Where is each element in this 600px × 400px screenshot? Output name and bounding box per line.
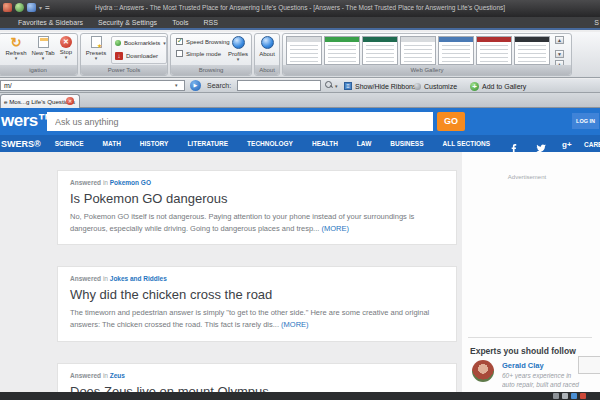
category-link[interactable]: Jokes and Riddles bbox=[110, 275, 167, 282]
window-title: Hydra :: Answers - The Most Trusted Plac… bbox=[0, 4, 600, 11]
nav-item[interactable]: LITERATURE bbox=[187, 140, 228, 147]
experts-heading: Experts you should follow bbox=[470, 346, 576, 356]
add-to-gallery-button[interactable]: + Add to Gallery bbox=[470, 80, 526, 92]
menu-item[interactable]: Favorites & Sidebars bbox=[18, 19, 83, 26]
chevron-down-icon[interactable]: ▾ bbox=[30, 56, 56, 60]
gallery-scrollbar[interactable]: ▲ ▼ • bbox=[555, 36, 564, 68]
gallery-thumbnail[interactable] bbox=[476, 36, 512, 65]
simple-mode-checkbox[interactable]: Simple mode bbox=[176, 50, 221, 57]
ribbons-icon: ≡ bbox=[344, 82, 352, 90]
nav-item[interactable]: SCIENCE bbox=[55, 140, 84, 147]
bookmarklets-icon bbox=[115, 40, 121, 46]
scroll-down-icon[interactable]: ▼ bbox=[555, 50, 564, 58]
go-button[interactable]: GO bbox=[437, 112, 465, 131]
presets-icon bbox=[91, 36, 102, 48]
search-icon[interactable] bbox=[325, 81, 333, 89]
group-label-navigation: igation bbox=[0, 65, 77, 75]
category-link[interactable]: Zeus bbox=[110, 372, 125, 379]
more-link[interactable]: (MORE) bbox=[321, 224, 349, 233]
site-header: wers™ GO LOG IN bbox=[0, 108, 600, 135]
gallery-thumbnail[interactable] bbox=[362, 36, 398, 65]
question-meta: Answered in Zeus bbox=[70, 372, 444, 379]
nav-item[interactable]: BUSINESS bbox=[390, 140, 423, 147]
answered-label: Answered bbox=[70, 275, 101, 282]
google-plus-icon[interactable]: g+ bbox=[562, 140, 572, 149]
refresh-button[interactable]: ↻ Refresh ▾ bbox=[3, 36, 29, 60]
expert-bio: auto repair, built and raced bbox=[502, 381, 597, 388]
chevron-down-icon[interactable]: ▾ bbox=[226, 57, 250, 61]
customize-button[interactable]: Customize bbox=[414, 80, 457, 92]
ask-question-input[interactable] bbox=[47, 112, 433, 131]
go-navigate-icon[interactable]: ▶ bbox=[190, 80, 201, 91]
nav-item[interactable]: LAW bbox=[357, 140, 371, 147]
gallery-thumbnail[interactable] bbox=[514, 36, 550, 65]
nav-item[interactable]: TECHNOLOGY bbox=[247, 140, 293, 147]
nav-item[interactable]: ALL SECTIONS bbox=[443, 140, 491, 147]
gallery-thumbnail[interactable] bbox=[438, 36, 474, 65]
show-hide-ribbons-button[interactable]: ≡ Show/Hide Ribbons bbox=[344, 80, 416, 92]
nav-item[interactable]: MATH bbox=[103, 140, 121, 147]
about-button[interactable]: About bbox=[256, 36, 278, 57]
status-icon[interactable] bbox=[571, 393, 577, 399]
nav-logo[interactable]: SWERS® bbox=[1, 139, 41, 149]
nav-item[interactable]: HISTORY bbox=[140, 140, 169, 147]
gallery-thumbnail[interactable] bbox=[286, 36, 322, 65]
chevron-down-icon[interactable]: ▾ bbox=[56, 55, 76, 59]
nav-item[interactable]: HEALTH bbox=[312, 140, 338, 147]
checkbox-icon[interactable] bbox=[176, 50, 183, 57]
status-icon[interactable] bbox=[553, 393, 559, 399]
menu-item[interactable]: Tools bbox=[172, 19, 188, 26]
menu-item[interactable]: Security & Settings bbox=[98, 19, 157, 26]
ribbon-group-navigation: ↻ Refresh ▾ New Tab ▾ ✕ Stop ▾ igation bbox=[0, 33, 78, 76]
new-tab-icon bbox=[38, 36, 49, 48]
presets-button[interactable]: Presets ▾ bbox=[83, 36, 109, 60]
stop-button[interactable]: ✕ Stop ▾ bbox=[56, 36, 76, 59]
chevron-down-icon[interactable]: ▾ bbox=[83, 56, 109, 60]
menu-item-partial[interactable]: S bbox=[594, 19, 599, 26]
group-label-browsing: Browsing bbox=[171, 65, 251, 75]
tab-close-icon[interactable]: ✕ bbox=[66, 97, 74, 105]
refresh-icon: ↻ bbox=[11, 36, 22, 49]
gallery-thumbnail[interactable] bbox=[324, 36, 360, 65]
stop-icon: ✕ bbox=[60, 36, 72, 48]
chevron-down-icon[interactable]: ▾ bbox=[3, 56, 29, 60]
menu-item[interactable]: RSS bbox=[203, 19, 217, 26]
more-link[interactable]: (MORE) bbox=[281, 320, 309, 329]
checkbox-checked-icon[interactable] bbox=[176, 38, 183, 45]
new-tab-button[interactable]: New Tab ▾ bbox=[30, 36, 56, 60]
chevron-down-icon[interactable]: ▾ bbox=[335, 83, 338, 89]
address-bar-row: m/ ▾ ▶ Search: ▾ ≡ Show/Hide Ribbons Cus… bbox=[0, 79, 600, 93]
status-icon[interactable] bbox=[562, 393, 568, 399]
question-meta: Answered in Jokes and Riddles bbox=[70, 275, 444, 282]
nav-item-careers[interactable]: CAREERS bbox=[584, 141, 600, 148]
expert-name-link[interactable]: Gerald Clay bbox=[502, 361, 544, 370]
site-nav-bar: SWERS® SCIENCEMATHHISTORYLITERATURETECHN… bbox=[0, 135, 600, 152]
url-input[interactable]: m/ bbox=[0, 80, 185, 91]
question-body: No, Pokemon GO itself is not dangerous. … bbox=[70, 211, 444, 234]
follow-button[interactable] bbox=[578, 356, 600, 374]
question-meta: Answered in Pokemon GO bbox=[70, 179, 444, 186]
status-icon[interactable] bbox=[580, 393, 586, 399]
menu-bar: Favorites & SidebarsSecurity & SettingsT… bbox=[0, 17, 600, 30]
bookmarklets-button[interactable]: Bookmarklets ▾ bbox=[115, 40, 166, 46]
divider bbox=[468, 337, 592, 338]
category-link[interactable]: Pokemon GO bbox=[110, 179, 151, 186]
title-bar: ▾ = Hydra :: Answers - The Most Trusted … bbox=[0, 0, 600, 17]
question-body: The timeworn and pedestrian answer is si… bbox=[70, 307, 444, 330]
login-button[interactable]: LOG IN bbox=[572, 113, 599, 129]
question-title[interactable]: Is Pokemon GO dangerous bbox=[70, 191, 444, 206]
profiles-button[interactable]: Profiles ▾ bbox=[226, 36, 250, 61]
scroll-up-icon[interactable]: ▲ bbox=[555, 36, 564, 44]
question-title[interactable]: Why did the chicken cross the road bbox=[70, 287, 444, 302]
in-label: in bbox=[103, 179, 108, 186]
ribbon-group-web-gallery: ▲ ▼ • Web Gallery bbox=[282, 33, 572, 76]
advertisement-label: Advertisement bbox=[462, 174, 592, 180]
chevron-down-icon[interactable]: ▾ bbox=[175, 82, 178, 88]
avatar[interactable] bbox=[472, 360, 494, 382]
downloader-button[interactable]: ↓ Downloader bbox=[115, 52, 158, 60]
toolbar-search-input[interactable] bbox=[237, 80, 321, 91]
speed-browsing-checkbox[interactable]: Speed Browsing bbox=[176, 38, 230, 45]
gallery-thumbnail[interactable] bbox=[400, 36, 436, 65]
chevron-down-icon[interactable]: ▾ bbox=[163, 40, 166, 46]
web-gallery-thumbs bbox=[286, 36, 550, 65]
